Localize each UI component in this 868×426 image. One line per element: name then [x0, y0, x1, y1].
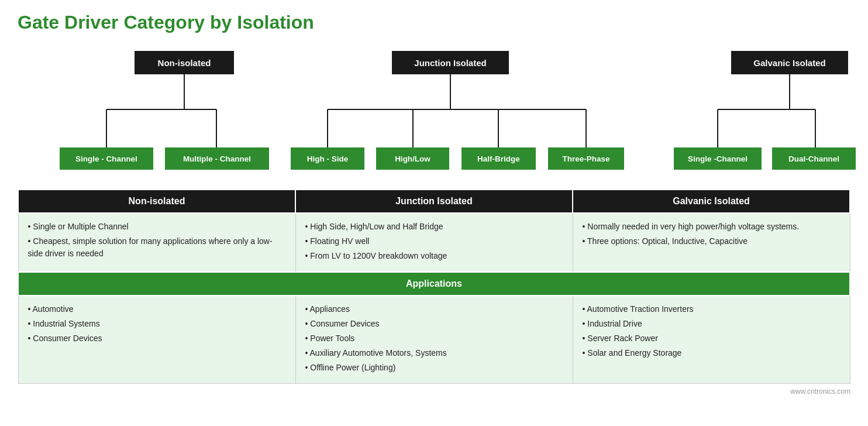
features-non-isolated: Single or Multiple Channel Cheapest, sim… [18, 213, 295, 272]
app-galv-1: Automotive Traction Inverters [583, 303, 841, 315]
leaf-single-channel-galvanic: Single -Channel [674, 147, 762, 170]
main-table: Non-isolated Junction Isolated Galvanic … [18, 189, 850, 384]
feature-non-iso-1: Single or Multiple Channel [28, 221, 286, 233]
apps-junction: Appliances Consumer Devices Power Tools … [295, 296, 573, 384]
leaf-multiple-channel: Multiple - Channel [165, 147, 269, 170]
app-junc-1: Appliances [305, 303, 563, 315]
app-galv-3: Server Rack Power [583, 332, 841, 345]
root-galvanic-isolated: Galvanic Isolated [731, 51, 848, 74]
leaf-high-side: High - Side [291, 147, 364, 170]
app-junc-3: Power Tools [305, 332, 563, 345]
leaf-high-low: High/Low [376, 147, 449, 170]
tree-diagram: Non-isolated Junction Isolated Galvanic … [18, 45, 850, 180]
header-galvanic-isolated: Galvanic Isolated [573, 190, 850, 213]
root-non-isolated: Non-isolated [135, 51, 234, 74]
leaf-three-phase: Three-Phase [548, 147, 624, 170]
feature-junc-3: From LV to 1200V breakdown voltage [305, 250, 563, 262]
feature-header-row: Non-isolated Junction Isolated Galvanic … [18, 190, 850, 213]
applications-header: Applications [18, 272, 850, 296]
apps-galvanic: Automotive Traction Inverters Industrial… [573, 296, 850, 384]
applications-row: Automotive Industrial Systems Consumer D… [18, 296, 850, 384]
feature-non-iso-2: Cheapest, simple solution for many appli… [28, 235, 286, 260]
app-galv-4: Solar and Energy Storage [583, 347, 841, 359]
app-non-iso-1: Automotive [28, 303, 286, 315]
features-junction: High Side, High/Low and Half Bridge Floa… [295, 213, 573, 272]
leaf-dual-channel: Dual-Channel [772, 147, 856, 170]
feature-junc-2: Floating HV well [305, 235, 563, 248]
apps-non-isolated: Automotive Industrial Systems Consumer D… [18, 296, 295, 384]
header-non-isolated: Non-isolated [18, 190, 295, 213]
feature-galv-2: Three options: Optical, Inductive, Capac… [583, 235, 841, 248]
app-non-iso-3: Consumer Devices [28, 332, 286, 345]
leaf-single-channel: Single - Channel [60, 147, 153, 170]
app-galv-2: Industrial Drive [583, 318, 841, 330]
applications-header-row: Applications [18, 272, 850, 296]
app-non-iso-2: Industrial Systems [28, 318, 286, 330]
features-row: Single or Multiple Channel Cheapest, sim… [18, 213, 850, 272]
leaf-half-bridge: Half-Bridge [461, 147, 536, 170]
feature-galv-1: Normally needed in very high power/high … [583, 221, 841, 233]
header-junction-isolated: Junction Isolated [295, 190, 573, 213]
feature-junc-1: High Side, High/Low and Half Bridge [305, 221, 563, 233]
features-galvanic: Normally needed in very high power/high … [573, 213, 850, 272]
app-junc-2: Consumer Devices [305, 318, 563, 330]
watermark: www.cntronics.com [18, 387, 850, 396]
root-junction-isolated: Junction Isolated [392, 51, 509, 74]
app-junc-5: Offline Power (Lighting) [305, 362, 563, 374]
page-title: Gate Driver Category by Isolation [18, 12, 850, 33]
app-junc-4: Auxiliary Automotive Motors, Systems [305, 347, 563, 359]
